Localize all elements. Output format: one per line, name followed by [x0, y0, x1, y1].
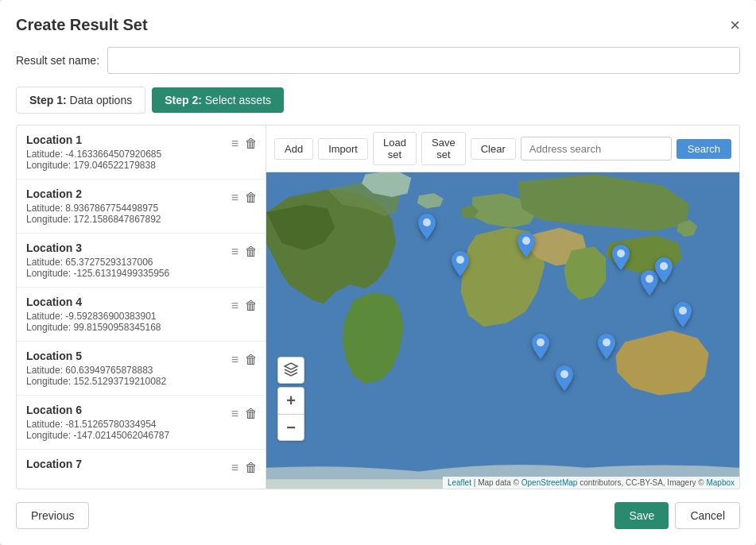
save-button[interactable]: Save	[614, 502, 669, 529]
location-name: Location 1	[26, 133, 256, 146]
location-lng: Longitude: 179.046522179838	[26, 160, 256, 171]
step1-label: Data options	[70, 94, 133, 106]
main-content: Location 1 Latitude: -4.1633664507920685…	[16, 125, 740, 489]
delete-button[interactable]: 🗑	[243, 351, 259, 369]
list-item: Location 5 Latitude: 60.63949765878883 L…	[17, 342, 266, 396]
drag-handle[interactable]: ≡	[230, 351, 240, 369]
result-set-label: Result set name:	[16, 54, 99, 67]
address-search-input[interactable]	[521, 137, 672, 160]
attribution-separator: | Map data ©	[474, 478, 521, 487]
step2-button[interactable]: Step 2: Select assets	[152, 87, 284, 113]
location-actions: ≡ 🗑	[230, 135, 259, 153]
drag-handle[interactable]: ≡	[230, 297, 240, 315]
delete-button[interactable]: 🗑	[243, 297, 259, 315]
footer-left: Previous	[16, 502, 89, 529]
previous-button[interactable]: Previous	[16, 502, 89, 529]
zoom-controls: + −	[277, 387, 304, 441]
location-lng: Longitude: -147.02145062046787	[26, 430, 256, 441]
delete-button[interactable]: 🗑	[243, 459, 259, 477]
location-actions: ≡ 🗑	[230, 405, 259, 423]
location-actions: ≡ 🗑	[230, 243, 259, 261]
delete-button[interactable]: 🗑	[243, 405, 259, 423]
list-item: Location 6 Latitude: -81.51265780334954 …	[17, 396, 266, 450]
location-name: Location 5	[26, 350, 256, 362]
location-lng: Longitude: -125.61319499335956	[26, 268, 256, 279]
layers-icon	[283, 362, 299, 378]
create-result-set-modal: Create Result Set × Result set name: Ste…	[0, 0, 756, 545]
step1-button[interactable]: Step 1: Data options	[16, 87, 145, 114]
list-item: Location 2 Latitude: 8.9367867754498975 …	[17, 180, 266, 234]
location-lng: Longitude: 99.81590958345168	[26, 322, 256, 333]
location-name: Location 7	[26, 458, 256, 470]
step2-label: Select assets	[205, 94, 271, 106]
clear-button[interactable]: Clear	[471, 138, 516, 160]
zoom-in-button[interactable]: +	[277, 387, 304, 414]
map-toolbar: Add Import Load set Save set Clear Searc…	[266, 126, 739, 172]
step1-number: Step 1:	[29, 94, 67, 106]
modal-header: Create Result Set ×	[16, 16, 740, 34]
steps-row: Step 1: Data options Step 2: Select asse…	[16, 87, 740, 114]
location-name: Location 6	[26, 404, 256, 416]
location-lat: Latitude: -9.592836900383901	[26, 311, 256, 322]
map-attribution: Leaflet | Map data © OpenStreetMap contr…	[443, 477, 739, 489]
location-list: Location 1 Latitude: -4.1633664507920685…	[16, 125, 266, 489]
location-lng: Longitude: 152.51293719210082	[26, 376, 256, 387]
drag-handle[interactable]: ≡	[230, 189, 240, 207]
save-set-button[interactable]: Save set	[421, 132, 466, 165]
map-container[interactable]: + − Leaflet | Map data © OpenStreetMap c…	[266, 172, 739, 489]
world-map-svg	[266, 172, 739, 489]
drag-handle[interactable]: ≡	[230, 243, 240, 261]
location-actions: ≡ 🗑	[230, 297, 259, 315]
list-item: Location 7 ≡ 🗑	[17, 450, 266, 481]
mapbox-link[interactable]: Mapbox	[706, 478, 735, 487]
leaflet-link[interactable]: Leaflet	[448, 478, 471, 487]
load-set-button[interactable]: Load set	[373, 132, 417, 165]
location-actions: ≡ 🗑	[230, 189, 259, 207]
search-button[interactable]: Search	[677, 139, 731, 159]
location-lat: Latitude: -81.51265780334954	[26, 419, 256, 430]
footer-right: Save Cancel	[614, 502, 740, 529]
delete-button[interactable]: 🗑	[243, 243, 259, 261]
osm-link[interactable]: OpenStreetMap	[521, 478, 578, 487]
cancel-button[interactable]: Cancel	[675, 502, 740, 529]
delete-button[interactable]: 🗑	[243, 189, 259, 207]
layers-button[interactable]	[277, 357, 304, 384]
result-set-name-input[interactable]	[107, 47, 740, 74]
drag-handle[interactable]: ≡	[230, 459, 240, 477]
import-button[interactable]: Import	[318, 138, 368, 160]
right-panel: Add Import Load set Save set Clear Searc…	[266, 125, 740, 489]
drag-handle[interactable]: ≡	[230, 405, 240, 423]
zoom-out-button[interactable]: −	[277, 414, 304, 441]
location-lng: Longitude: 172.1586847867892	[26, 214, 256, 225]
add-button[interactable]: Add	[274, 138, 313, 160]
modal-title: Create Result Set	[16, 16, 148, 34]
list-item: Location 1 Latitude: -4.1633664507920685…	[17, 126, 266, 180]
location-lat: Latitude: -4.1633664507920685	[26, 149, 256, 160]
drag-handle[interactable]: ≡	[230, 135, 240, 153]
footer: Previous Save Cancel	[16, 502, 740, 529]
attribution-contributors: contributors, CC-BY-SA, Imagery ©	[580, 478, 706, 487]
location-lat: Latitude: 65.37275293137006	[26, 257, 256, 268]
location-name: Location 3	[26, 242, 256, 254]
list-item: Location 3 Latitude: 65.37275293137006 L…	[17, 234, 266, 288]
step2-number: Step 2:	[165, 94, 202, 106]
map-controls: + −	[277, 357, 304, 441]
location-actions: ≡ 🗑	[230, 351, 259, 369]
result-set-name-row: Result set name:	[16, 47, 740, 74]
location-lat: Latitude: 8.9367867754498975	[26, 203, 256, 214]
close-button[interactable]: ×	[730, 17, 740, 34]
location-actions: ≡ 🗑	[230, 459, 259, 477]
location-name: Location 4	[26, 296, 256, 308]
delete-button[interactable]: 🗑	[243, 135, 259, 153]
location-name: Location 2	[26, 187, 256, 200]
location-lat: Latitude: 60.63949765878883	[26, 365, 256, 376]
list-item: Location 4 Latitude: -9.592836900383901 …	[17, 288, 266, 342]
